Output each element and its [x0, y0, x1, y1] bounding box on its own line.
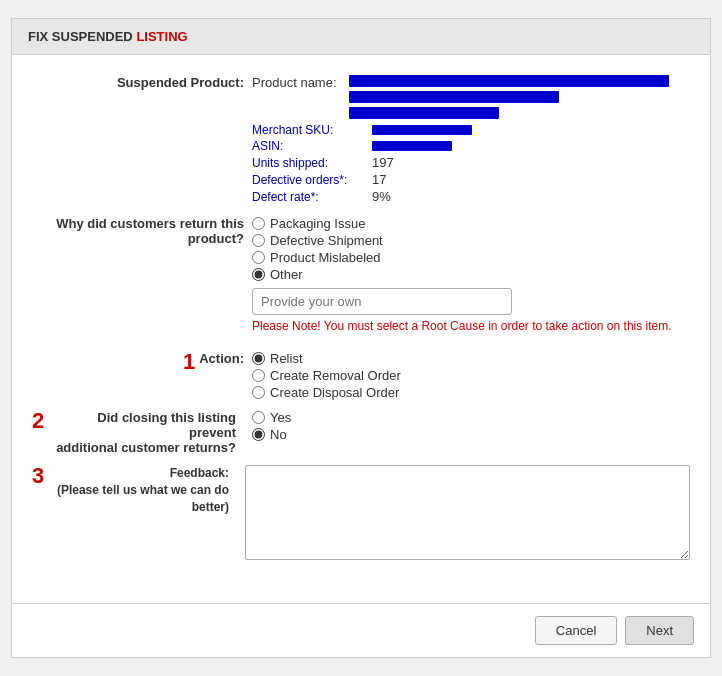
step3-number: 3 [32, 465, 44, 487]
radio-disposal-label: Create Disposal Order [270, 385, 399, 400]
note-text: Please Note! You must select a Root Caus… [252, 319, 690, 333]
feedback-label-container: 3 Feedback: (Please tell us what we can … [32, 465, 245, 515]
radio-mislabeled[interactable]: Product Mislabeled [252, 250, 690, 265]
bar1 [349, 75, 669, 87]
radio-other-input[interactable] [252, 268, 265, 281]
radio-packaging-label: Packaging Issue [270, 216, 365, 231]
defect-rate-label: Defect rate*: [252, 190, 372, 204]
asin-label: ASIN: [252, 139, 372, 153]
dialog-body: Suspended Product: Product name: Merchan… [12, 55, 710, 603]
merchant-sku-row: Merchant SKU: [252, 123, 690, 137]
radio-no-input[interactable] [252, 428, 265, 441]
action-row: 1 Action: Relist Create Removal Order C [32, 351, 690, 400]
asin-row: ASIN: [252, 139, 690, 153]
radio-removal-input[interactable] [252, 369, 265, 382]
units-shipped-value: 197 [372, 155, 394, 170]
radio-other-label: Other [270, 267, 303, 282]
radio-relist[interactable]: Relist [252, 351, 690, 366]
units-shipped-label: Units shipped: [252, 156, 372, 170]
suspended-product-row: Suspended Product: Product name: Merchan… [32, 75, 690, 206]
radio-removal-label: Create Removal Order [270, 368, 401, 383]
return-reason-radio-group: Packaging Issue Defective Shipment Produ… [252, 216, 690, 282]
radio-mislabeled-input[interactable] [252, 251, 265, 264]
step1-number: 1 [183, 351, 195, 373]
bar3 [349, 107, 499, 119]
defective-orders-value: 17 [372, 172, 386, 187]
header-text-prefix: FIX SUSPENDED [28, 29, 133, 44]
radio-disposal[interactable]: Create Disposal Order [252, 385, 690, 400]
radio-no[interactable]: No [252, 427, 690, 442]
radio-defective-input[interactable] [252, 234, 265, 247]
action-label-container: 1 Action: [32, 351, 252, 373]
radio-yes-label: Yes [270, 410, 291, 425]
defect-rate-row: Defect rate*: 9% [252, 189, 690, 204]
asin-bar [372, 141, 452, 151]
header-text-red: LISTING [136, 29, 187, 44]
radio-removal[interactable]: Create Removal Order [252, 368, 690, 383]
closing-radio-group: Yes No [252, 410, 690, 442]
radio-no-label: No [270, 427, 287, 442]
return-reason-options: Packaging Issue Defective Shipment Produ… [252, 216, 690, 341]
radio-yes-input[interactable] [252, 411, 265, 424]
radio-packaging-input[interactable] [252, 217, 265, 230]
closing-options: Yes No [252, 410, 690, 442]
product-name-label: Product name: [252, 75, 337, 90]
dialog-header: FIX SUSPENDED LISTING [12, 19, 710, 55]
defective-orders-label: Defective orders*: [252, 173, 372, 187]
radio-packaging[interactable]: Packaging Issue [252, 216, 690, 231]
action-radio-group: Relist Create Removal Order Create Dispo… [252, 351, 690, 400]
next-button[interactable]: Next [625, 616, 694, 645]
radio-defective[interactable]: Defective Shipment [252, 233, 690, 248]
defect-rate-value: 9% [372, 189, 391, 204]
defective-orders-row: Defective orders*: 17 [252, 172, 690, 187]
cancel-button[interactable]: Cancel [535, 616, 617, 645]
bar2 [349, 91, 559, 103]
radio-other[interactable]: Other [252, 267, 690, 282]
merchant-sku-bar [372, 125, 472, 135]
radio-mislabeled-label: Product Mislabeled [270, 250, 381, 265]
radio-relist-input[interactable] [252, 352, 265, 365]
return-reason-row: Why did customers return this product? P… [32, 216, 690, 341]
units-shipped-row: Units shipped: 197 [252, 155, 690, 170]
product-name-row: Product name: [252, 75, 690, 119]
action-label: Action: [199, 351, 244, 366]
radio-defective-label: Defective Shipment [270, 233, 383, 248]
provide-own-input[interactable] [252, 288, 512, 315]
closing-label: Did closing this listing preventaddition… [48, 410, 244, 455]
closing-row: 2 Did closing this listing preventadditi… [32, 410, 690, 455]
feedback-content [245, 465, 690, 563]
closing-label-container: 2 Did closing this listing preventadditi… [32, 410, 252, 455]
suspended-product-label: Suspended Product: [32, 75, 252, 90]
step2-number: 2 [32, 410, 44, 432]
product-info: Product name: Merchant SKU: ASIN: [252, 75, 690, 206]
feedback-textarea[interactable] [245, 465, 690, 560]
return-reason-label: Why did customers return this product? [32, 216, 252, 246]
product-name-bars [349, 75, 669, 119]
feedback-label: Feedback: (Please tell us what we can do… [48, 465, 237, 515]
dialog-footer: Cancel Next [12, 603, 710, 657]
radio-relist-label: Relist [270, 351, 303, 366]
feedback-row: 3 Feedback: (Please tell us what we can … [32, 465, 690, 563]
merchant-sku-label: Merchant SKU: [252, 123, 372, 137]
radio-yes[interactable]: Yes [252, 410, 690, 425]
action-options: Relist Create Removal Order Create Dispo… [252, 351, 690, 400]
fix-suspended-listing-dialog: FIX SUSPENDED LISTING Suspended Product:… [11, 18, 711, 658]
radio-disposal-input[interactable] [252, 386, 265, 399]
